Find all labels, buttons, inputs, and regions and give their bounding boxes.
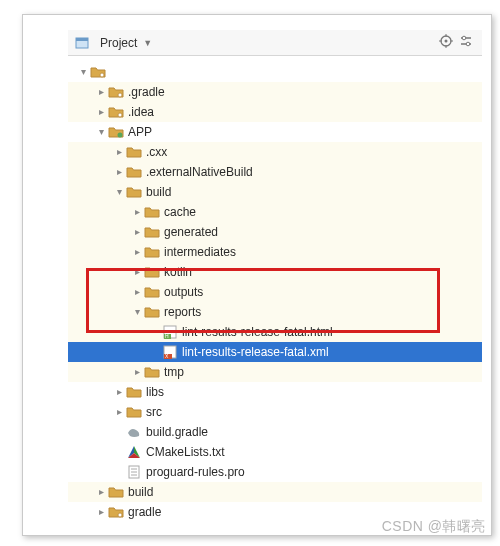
tree-folder[interactable]: ▸src <box>68 402 482 422</box>
scope-icon <box>74 35 90 51</box>
folder-closed-icon <box>126 384 142 400</box>
tree-folder[interactable]: ▸.idea <box>68 102 482 122</box>
chevron-right-icon[interactable]: ▸ <box>112 142 126 162</box>
chevron-right-icon[interactable]: ▸ <box>94 82 108 102</box>
svg-point-15 <box>118 93 122 97</box>
file-cmake-icon <box>126 444 142 460</box>
tree-file[interactable]: proguard-rules.pro <box>68 462 482 482</box>
file-text-icon <box>126 464 142 480</box>
locate-button[interactable] <box>436 33 456 53</box>
svg-point-12 <box>462 36 466 40</box>
folder-dot-icon <box>108 84 124 100</box>
tree-file[interactable]: CMakeLists.txt <box>68 442 482 462</box>
tree-item-label: intermediates <box>164 242 236 262</box>
chevron-down-icon[interactable]: ▾ <box>76 62 90 82</box>
tree-item-label: .idea <box>128 102 154 122</box>
folder-closed-icon <box>144 304 160 320</box>
chevron-right-icon[interactable]: ▸ <box>94 102 108 122</box>
svg-point-13 <box>466 42 470 46</box>
tree-folder[interactable]: ▾build <box>68 182 482 202</box>
folder-closed-icon <box>144 364 160 380</box>
file-xml-icon: X <box>162 344 178 360</box>
chevron-right-icon[interactable]: ▸ <box>112 382 126 402</box>
folder-closed-icon <box>144 264 160 280</box>
tree-folder[interactable]: ▸.externalNativeBuild <box>68 162 482 182</box>
chevron-down-icon[interactable]: ▾ <box>130 302 144 322</box>
watermark: CSDN @韩曙亮 <box>382 518 486 536</box>
file-html-icon: H <box>162 324 178 340</box>
tree-item-label: lint-results-release-fatal.html <box>182 322 333 342</box>
chevron-down-icon: ▼ <box>143 38 152 48</box>
project-tree[interactable]: ▾▸.gradle▸.idea▾APP▸.cxx▸.externalNative… <box>68 56 482 524</box>
tree-file[interactable]: Hlint-results-release-fatal.html <box>68 322 482 342</box>
tree-item-label: src <box>146 402 162 422</box>
chevron-right-icon[interactable]: ▸ <box>112 402 126 422</box>
tree-item-label: outputs <box>164 282 203 302</box>
chevron-right-icon[interactable]: ▸ <box>130 362 144 382</box>
tree-folder[interactable]: ▸intermediates <box>68 242 482 262</box>
tree-item-label: CMakeLists.txt <box>146 442 225 462</box>
tree-folder[interactable]: ▸outputs <box>68 282 482 302</box>
tree-item-label: build <box>128 482 153 502</box>
panel-title-group[interactable]: Project ▼ <box>74 35 152 51</box>
tree-folder[interactable]: ▸build <box>68 482 482 502</box>
folder-closed-icon <box>126 164 142 180</box>
folder-dot-icon <box>108 104 124 120</box>
folder-dot-icon <box>108 504 124 520</box>
chevron-right-icon[interactable]: ▸ <box>130 262 144 282</box>
tree-folder[interactable]: ▸.cxx <box>68 142 482 162</box>
folder-closed-icon <box>144 244 160 260</box>
svg-point-14 <box>100 73 104 77</box>
tree-item-label: .gradle <box>128 82 165 102</box>
tree-item-label: build <box>146 182 171 202</box>
settings-button[interactable] <box>456 33 476 53</box>
chevron-right-icon[interactable]: ▸ <box>130 282 144 302</box>
tree-folder[interactable]: ▸.gradle <box>68 82 482 102</box>
svg-point-5 <box>445 40 448 43</box>
chevron-right-icon[interactable]: ▸ <box>130 202 144 222</box>
tree-item-label: gradle <box>128 502 161 522</box>
folder-closed-icon <box>108 484 124 500</box>
tree-file[interactable]: Xlint-results-release-fatal.xml <box>68 342 482 362</box>
target-icon <box>439 34 453 51</box>
tree-folder[interactable]: ▸cache <box>68 202 482 222</box>
folder-closed-icon <box>126 144 142 160</box>
file-gradle-icon <box>126 424 142 440</box>
folder-closed-icon <box>126 404 142 420</box>
tree-file[interactable]: build.gradle <box>68 422 482 442</box>
tree-item-label: lint-results-release-fatal.xml <box>182 342 329 362</box>
tree-folder[interactable]: ▸kotlin <box>68 262 482 282</box>
window-frame: Project ▼ ▾▸.gradle▸.idea▾APP▸.cxx▸.exte… <box>22 14 492 536</box>
svg-rect-3 <box>76 38 88 41</box>
tree-folder[interactable]: ▸libs <box>68 382 482 402</box>
folder-closed-icon <box>144 224 160 240</box>
folder-closed-icon <box>144 204 160 220</box>
chevron-right-icon[interactable]: ▸ <box>112 162 126 182</box>
svg-text:H: H <box>165 333 169 339</box>
tree-folder[interactable]: ▾ <box>68 62 482 82</box>
tree-item-label: build.gradle <box>146 422 208 442</box>
tree-item-label: proguard-rules.pro <box>146 462 245 482</box>
chevron-right-icon[interactable]: ▸ <box>94 482 108 502</box>
chevron-right-icon[interactable]: ▸ <box>94 502 108 522</box>
chevron-down-icon[interactable]: ▾ <box>94 122 108 142</box>
tree-folder[interactable]: ▸generated <box>68 222 482 242</box>
panel-title: Project <box>100 36 137 50</box>
settings-icon <box>459 34 473 51</box>
tree-item-label: tmp <box>164 362 184 382</box>
chevron-right-icon[interactable]: ▸ <box>130 222 144 242</box>
tree-item-label: .externalNativeBuild <box>146 162 253 182</box>
chevron-down-icon[interactable]: ▾ <box>112 182 126 202</box>
folder-dot-icon <box>90 64 106 80</box>
tree-folder[interactable]: ▸tmp <box>68 362 482 382</box>
project-panel: Project ▼ ▾▸.gradle▸.idea▾APP▸.cxx▸.exte… <box>68 30 482 524</box>
tree-folder[interactable]: ▾APP <box>68 122 482 142</box>
tree-item-label: .cxx <box>146 142 167 162</box>
tree-item-label: APP <box>128 122 152 142</box>
tree-item-label: libs <box>146 382 164 402</box>
chevron-right-icon[interactable]: ▸ <box>130 242 144 262</box>
panel-toolbar: Project ▼ <box>68 30 482 56</box>
folder-module-icon <box>108 124 124 140</box>
folder-closed-icon <box>144 284 160 300</box>
tree-folder[interactable]: ▾reports <box>68 302 482 322</box>
